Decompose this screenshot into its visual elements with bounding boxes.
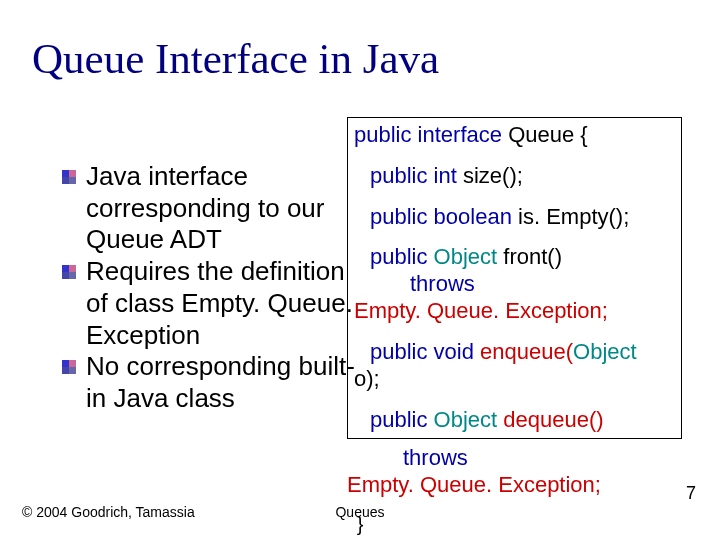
keyword: interface	[418, 122, 502, 147]
list-item: Java interface corresponding to our Queu…	[86, 161, 364, 256]
method-name: dequeue()	[503, 407, 603, 432]
keyword: public	[370, 339, 427, 364]
slide-title: Queue Interface in Java	[32, 34, 439, 83]
close-brace: }	[0, 513, 720, 536]
class-name: Queue	[508, 122, 574, 147]
code-line: public void enqueue(Object	[354, 339, 675, 366]
type-name: Object	[573, 339, 637, 364]
keyword: public	[370, 204, 427, 229]
keyword: public	[370, 407, 427, 432]
keyword: int	[434, 163, 457, 188]
keyword: boolean	[434, 204, 512, 229]
method-name: size();	[463, 163, 523, 188]
method-name: enqueue(	[480, 339, 573, 364]
method-name: is. Empty();	[518, 204, 629, 229]
bullet-icon	[62, 170, 76, 184]
code-box: public interface Queue { public int size…	[347, 117, 682, 439]
code-line: public interface Queue {	[354, 122, 675, 149]
bullet-list: Java interface corresponding to our Queu…	[86, 161, 364, 415]
method-name: front()	[503, 244, 562, 269]
code-overflow: Empty. Queue. Exception;	[347, 472, 601, 499]
slide: Queue Interface in Java Java interface c…	[0, 0, 720, 540]
exception-name: Empty. Queue. Exception;	[347, 472, 601, 497]
code-line: Empty. Queue. Exception;	[354, 298, 675, 325]
param-tail: o);	[354, 366, 380, 391]
brace: {	[580, 122, 587, 147]
keyword: throws	[403, 445, 468, 470]
code-line: public boolean is. Empty();	[354, 204, 675, 231]
keyword: void	[434, 339, 474, 364]
bullet-text: Java interface corresponding to our Queu…	[86, 161, 364, 256]
keyword: public	[370, 244, 427, 269]
keyword: public	[370, 163, 427, 188]
code-line: public Object front()	[354, 244, 675, 271]
bullet-text: No corresponding built-in Java class	[86, 351, 364, 414]
type-name: Object	[434, 407, 498, 432]
list-item: No corresponding built-in Java class	[86, 351, 364, 414]
code-line: public Object dequeue()	[354, 407, 675, 434]
code-line: throws	[354, 271, 675, 298]
exception-name: Empty. Queue. Exception;	[354, 298, 608, 323]
keyword: throws	[410, 271, 475, 296]
type-name: Object	[434, 244, 498, 269]
page-number: 7	[686, 483, 696, 504]
code-overflow: throws	[403, 445, 468, 472]
code-line: o);	[354, 366, 675, 393]
bullet-icon	[62, 265, 76, 279]
bullet-icon	[62, 360, 76, 374]
keyword: public	[354, 122, 411, 147]
bullet-text: Requires the definition of class Empty. …	[86, 256, 364, 351]
code-line: public int size();	[354, 163, 675, 190]
list-item: Requires the definition of class Empty. …	[86, 256, 364, 351]
